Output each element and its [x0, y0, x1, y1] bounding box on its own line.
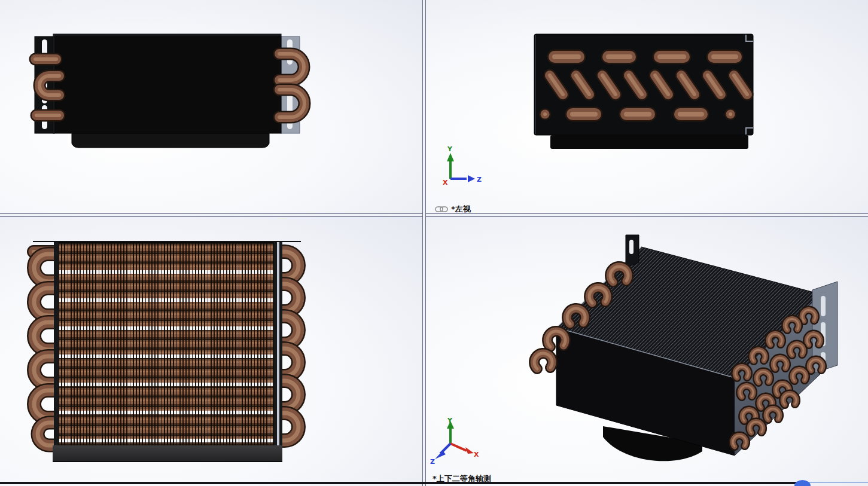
left-view-base-tray [550, 135, 748, 149]
frame-bar-left [54, 242, 59, 445]
y-axis-label: Y [447, 417, 453, 424]
z-axis-arrow [435, 451, 446, 459]
viewport-label-text: *左视 [451, 204, 471, 213]
y-axis-label: Y [447, 145, 453, 153]
z-axis-label: Z [430, 458, 435, 466]
model-left-view[interactable]: Y Z X [426, 0, 868, 213]
iso-top-left-flange-bracket [626, 235, 639, 267]
z-axis-label: Z [477, 176, 482, 184]
viewport-isometric-view[interactable]: Y X Z *上下二等角轴测 [426, 217, 868, 486]
x-axis-arrow [465, 447, 474, 454]
y-axis-arrow [447, 153, 454, 161]
viewport-splitter-vertical[interactable] [422, 0, 426, 486]
window-bottom-edge-accent [809, 482, 868, 483]
x-axis-label: X [443, 179, 448, 187]
coordinate-triad: Y Z X [443, 145, 482, 187]
x-axis-label: X [474, 451, 479, 459]
fin-pack-top-view[interactable] [58, 242, 274, 445]
iso-heat-exchanger [534, 235, 837, 461]
viewport-top-view[interactable] [0, 217, 422, 486]
viewport-left-view[interactable]: Y Z X *左视 [426, 0, 868, 213]
link-icon [435, 206, 448, 213]
viewport-splitter-horizontal[interactable] [0, 213, 868, 217]
viewport-front-view[interactable] [0, 0, 422, 213]
viewport-label-left-view: *左视 [435, 204, 471, 213]
frame-bar-right-outer [279, 242, 282, 445]
window-bottom-edge [0, 482, 800, 484]
z-axis-arrow [468, 175, 475, 182]
graphics-area: Y Z X *左视 [0, 0, 868, 486]
bottom-plate [53, 445, 282, 462]
model-isometric-view[interactable]: Y X Z [426, 217, 868, 486]
front-fin-body [53, 34, 281, 133]
model-front-view[interactable] [0, 0, 422, 213]
front-base-tray [72, 133, 269, 148]
coordinate-triad: Y X Z [430, 417, 479, 466]
